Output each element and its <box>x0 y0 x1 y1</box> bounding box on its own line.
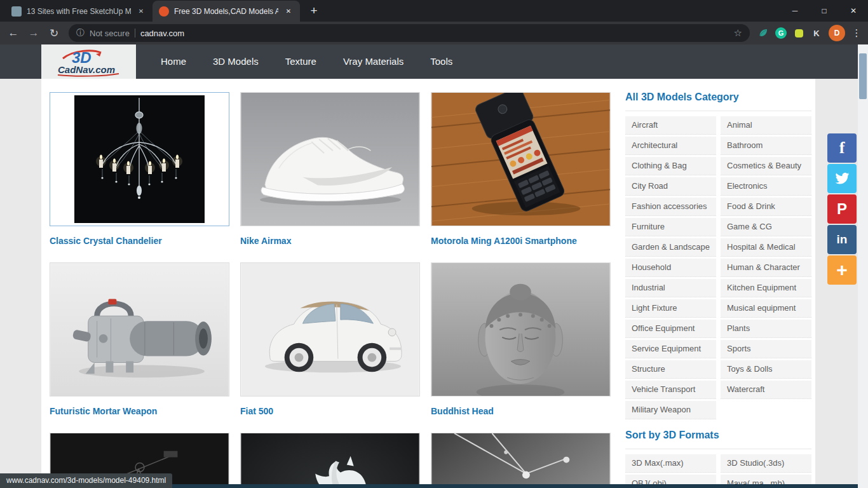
model-thumbnail[interactable] <box>431 92 611 226</box>
model-card: Fiat 500 <box>240 262 420 433</box>
tab-close-icon[interactable]: ✕ <box>136 6 146 17</box>
model-title-link[interactable]: Classic Crystal Chandelier <box>50 236 162 246</box>
page-scrollbar[interactable] <box>858 44 868 488</box>
model-thumbnail[interactable] <box>431 433 611 488</box>
grammarly-extension-icon[interactable]: G <box>773 25 789 41</box>
cadnav-logo-image: 3D CadNav.com <box>50 46 128 77</box>
address-url: cadnav.com <box>140 29 184 38</box>
category-link[interactable]: Bathroom <box>721 137 811 155</box>
nav-item-3d-models[interactable]: 3D Models <box>200 44 272 79</box>
twitter-share-button[interactable] <box>827 164 857 193</box>
site-logo[interactable]: 3D CadNav.com <box>41 44 136 79</box>
reload-button[interactable]: ↻ <box>44 24 64 43</box>
category-link[interactable]: Fashion accessories <box>625 198 716 216</box>
nav-item-tools[interactable]: Tools <box>417 44 466 79</box>
tab-sketchup-sites[interactable]: 13 Sites with Free SketchUp Mod ✕ <box>5 1 153 22</box>
category-link[interactable]: Musical equipment <box>721 299 811 318</box>
category-link[interactable]: Garden & Landscape <box>625 238 716 257</box>
category-link[interactable]: Animal <box>721 116 811 135</box>
category-link[interactable]: Industrial <box>625 279 716 297</box>
category-list: Aircraft Animal Architectural Bathroom C… <box>625 116 815 419</box>
category-link[interactable]: Hospital & Medical <box>721 238 811 257</box>
model-title-link[interactable]: Motorola Ming A1200i Smartphone <box>431 236 577 246</box>
nav-item-texture[interactable]: Texture <box>272 44 330 79</box>
tab-close-icon[interactable]: ✕ <box>283 6 294 17</box>
category-link[interactable]: Cosmetics & Beauty <box>721 157 811 175</box>
models-grid: Classic Crystal Chandelier <box>50 92 621 488</box>
model-thumbnail[interactable] <box>431 262 611 396</box>
new-tab-button[interactable]: + <box>305 2 323 20</box>
category-link[interactable]: Light Fixture <box>625 299 716 318</box>
category-link[interactable]: Office Equipment <box>625 320 716 338</box>
category-link[interactable]: Service Equipment <box>625 340 716 358</box>
category-link[interactable]: Sports <box>721 340 811 358</box>
model-thumbnail[interactable] <box>240 262 420 396</box>
category-link[interactable]: Aircraft <box>625 116 716 135</box>
category-link[interactable]: City Road <box>625 177 716 196</box>
category-link[interactable]: Food & Drink <box>721 198 811 216</box>
maximize-button[interactable]: □ <box>810 0 839 22</box>
model-title-link[interactable]: Buddhist Head <box>431 406 494 416</box>
address-divider <box>135 29 135 37</box>
back-button[interactable]: ← <box>4 24 23 43</box>
minimize-button[interactable]: ─ <box>780 0 810 22</box>
yellow-extension-icon[interactable] <box>790 25 807 41</box>
model-thumbnail[interactable] <box>240 433 420 488</box>
more-share-button[interactable]: + <box>827 255 857 285</box>
model-title-link[interactable]: Fiat 500 <box>240 406 273 416</box>
model-title-link[interactable]: Nike Airmax <box>240 236 291 246</box>
fiat-500-image <box>241 263 419 396</box>
nav-item-home[interactable]: Home <box>147 44 200 79</box>
tab-title: 13 Sites with Free SketchUp Mod <box>27 7 131 16</box>
category-link[interactable]: Kitchen Equipment <box>721 279 811 297</box>
facebook-share-button[interactable]: f <box>827 133 857 163</box>
k-extension-icon[interactable]: K <box>808 25 825 41</box>
format-link[interactable]: 3D Studio(.3ds) <box>721 454 811 473</box>
category-link[interactable]: Human & Character <box>721 259 811 277</box>
close-button[interactable]: ✕ <box>839 0 868 22</box>
model-card: Motorola Ming A1200i Smartphone <box>431 92 611 262</box>
category-link[interactable]: Vehicle Transport <box>625 381 716 399</box>
model-thumbnail[interactable] <box>240 92 420 226</box>
forward-button[interactable]: → <box>24 24 43 43</box>
linkedin-share-button[interactable]: in <box>827 225 857 254</box>
format-link[interactable]: 3D Max(.max) <box>625 454 716 473</box>
grammarly-g-icon: G <box>775 27 787 39</box>
category-link[interactable]: Clothing & Bag <box>625 157 716 175</box>
model-thumbnail[interactable] <box>50 92 229 226</box>
browser-titlebar: 13 Sites with Free SketchUp Mod ✕ Free 3… <box>0 0 868 22</box>
browser-menu-icon[interactable]: ⋮ <box>849 27 864 39</box>
profile-avatar[interactable]: D <box>829 25 845 41</box>
category-link[interactable]: Furniture <box>625 218 716 236</box>
category-link[interactable]: Structure <box>625 360 716 379</box>
category-link[interactable]: Military Weapon <box>625 401 716 419</box>
category-link[interactable]: Household <box>625 259 716 277</box>
category-link[interactable]: Game & CG <box>721 218 811 236</box>
tab-cadnav[interactable]: Free 3D Models,CAD Models And ✕ <box>153 1 300 22</box>
tab-favicon <box>11 6 22 17</box>
pinterest-share-button[interactable]: P <box>827 194 857 224</box>
category-link[interactable]: Toys & Dolls <box>721 360 811 379</box>
model-card: Classic Crystal Chandelier <box>50 92 229 262</box>
leaf-extension-icon[interactable] <box>755 25 771 41</box>
model-thumbnail[interactable] <box>50 262 229 396</box>
category-link[interactable]: Electronics <box>721 177 811 196</box>
cadnav-favicon <box>159 6 169 17</box>
address-bar[interactable]: ⓘ Not secure cadnav.com ☆ <box>69 24 750 42</box>
sidebar: All 3D Models Category Aircraft Animal A… <box>621 79 815 488</box>
page-body: Classic Crystal Chandelier <box>0 79 868 488</box>
formats-list: 3D Max(.max) 3D Studio(.3ds) OBJ(.obj) M… <box>625 454 815 488</box>
category-link[interactable]: Architectural <box>625 137 716 155</box>
tab-strip: 13 Sites with Free SketchUp Mod ✕ Free 3… <box>0 0 323 22</box>
info-icon[interactable]: ⓘ <box>76 27 85 39</box>
models-section: Classic Crystal Chandelier <box>41 79 621 488</box>
browser-toolbar: ← → ↻ ⓘ Not secure cadnav.com ☆ G K D ⋮ <box>0 22 868 44</box>
scrollbar-thumb[interactable] <box>859 53 867 99</box>
category-link[interactable]: Plants <box>721 320 811 338</box>
nav-item-vray-materials[interactable]: Vray Materials <box>330 44 417 79</box>
model-card: Buddhist Head <box>431 262 611 433</box>
social-share-rail: f P in + <box>827 133 857 285</box>
bookmark-star-icon[interactable]: ☆ <box>734 27 742 39</box>
model-title-link[interactable]: Futuristic Mortar Weapon <box>50 406 157 416</box>
category-link[interactable]: Watercraft <box>721 381 811 399</box>
